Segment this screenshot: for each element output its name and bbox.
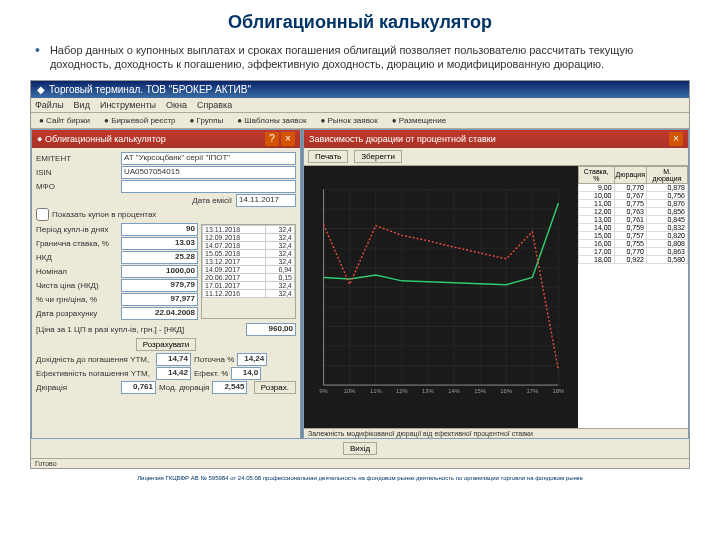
menu-windows[interactable]: Окна bbox=[166, 100, 187, 110]
svg-text:9%: 9% bbox=[319, 387, 327, 393]
period-input[interactable]: 90 bbox=[121, 223, 198, 236]
menu-file[interactable]: Файлы bbox=[35, 100, 64, 110]
coupon-table[interactable]: 13.11.201832,412.09.201832,414.07.201832… bbox=[201, 224, 296, 319]
svg-text:15%: 15% bbox=[474, 387, 486, 393]
menu-tools[interactable]: Инструменты bbox=[100, 100, 156, 110]
tool-registry[interactable]: ● Биржевой реєстр bbox=[100, 115, 179, 126]
show-percent-checkbox[interactable] bbox=[36, 208, 49, 221]
menu-view[interactable]: Вид bbox=[74, 100, 90, 110]
bullet-dot-icon: • bbox=[35, 43, 40, 72]
calc-panel-head: ● Облигационный калькулятор ? × bbox=[32, 130, 300, 148]
calc-small-button[interactable]: Розрах. bbox=[254, 381, 296, 394]
svg-text:12%: 12% bbox=[396, 387, 408, 393]
emitter-input[interactable]: АТ "Укрсоцбанк" серії "ІПОТ" bbox=[121, 152, 296, 165]
print-button[interactable]: Печать bbox=[308, 150, 348, 163]
menu-help[interactable]: Справка bbox=[197, 100, 232, 110]
rate-input[interactable]: 13.03 bbox=[121, 237, 198, 250]
dirty-input[interactable]: 97,977 bbox=[121, 293, 198, 306]
tool-place[interactable]: ● Размещение bbox=[388, 115, 450, 126]
menubar: Файлы Вид Инструменты Окна Справка bbox=[31, 98, 689, 113]
isin-input[interactable]: UA0507054015 bbox=[121, 166, 296, 179]
help-icon[interactable]: ? bbox=[265, 132, 279, 146]
export-button[interactable]: Зберегти bbox=[354, 150, 402, 163]
calc-panel: ● Облигационный калькулятор ? × ЕМІТЕНТА… bbox=[31, 129, 301, 439]
nominal-input[interactable]: 1000,00 bbox=[121, 265, 198, 278]
app-screenshot: ◆ Торговый терминал. ТОВ "БРОКЕР АКТИВ" … bbox=[30, 80, 690, 469]
slide-footer: Лицензия ГКЦБФР АВ № 595984 от 24.05.08 … bbox=[15, 475, 705, 481]
svg-text:17%: 17% bbox=[526, 387, 538, 393]
mfo-input[interactable] bbox=[121, 180, 296, 193]
tool-market[interactable]: ● Рынок заявок bbox=[316, 115, 381, 126]
calc-date-input[interactable]: 22.04.2008 bbox=[121, 307, 198, 320]
svg-text:16%: 16% bbox=[500, 387, 512, 393]
exit-button[interactable]: Вихід bbox=[343, 442, 377, 455]
chart-plot[interactable]: 9%10%11%12%13%14%15%16%17%18% bbox=[304, 166, 578, 428]
app-titlebar: ◆ Торговый терминал. ТОВ "БРОКЕР АКТИВ" bbox=[31, 81, 689, 98]
app-title-text: Торговый терминал. ТОВ "БРОКЕР АКТИВ" bbox=[49, 84, 251, 95]
svg-text:10%: 10% bbox=[344, 387, 356, 393]
tool-groups[interactable]: ● Группы bbox=[186, 115, 228, 126]
chart-close-icon[interactable]: × bbox=[669, 132, 683, 146]
toolbar: ● Сайт биржи ● Биржевой реєстр ● Группы … bbox=[31, 113, 689, 129]
svg-text:18%: 18% bbox=[553, 387, 565, 393]
svg-text:13%: 13% bbox=[422, 387, 434, 393]
chart-data-table[interactable]: Ставка, % Дюрация М. дюрация 9,000,7700,… bbox=[578, 166, 688, 428]
bullet-row: • Набор данных о купонных выплатах и сро… bbox=[15, 43, 705, 80]
close-icon[interactable]: × bbox=[281, 132, 295, 146]
bullet-text: Набор данных о купонных выплатах и срока… bbox=[50, 43, 685, 72]
formula-value: 960,00 bbox=[246, 323, 296, 336]
nkd-input[interactable]: 25.28 bbox=[121, 251, 198, 264]
calculate-button[interactable]: Розрахувати bbox=[136, 338, 196, 351]
chart-statusbar: Залежність модифікованої дюрації від ефе… bbox=[304, 428, 688, 438]
chart-panel-head: Зависимость дюрации от процентной ставки… bbox=[304, 130, 688, 148]
clean-input[interactable]: 979,79 bbox=[121, 279, 198, 292]
chart-panel: Зависимость дюрации от процентной ставки… bbox=[303, 129, 689, 439]
svg-text:11%: 11% bbox=[370, 387, 382, 393]
app-icon: ◆ bbox=[37, 84, 45, 95]
svg-text:14%: 14% bbox=[448, 387, 460, 393]
tool-templates[interactable]: ● Шаблоны заявок bbox=[233, 115, 310, 126]
tool-site[interactable]: ● Сайт биржи bbox=[35, 115, 94, 126]
app-statusbar: Готово bbox=[31, 458, 689, 468]
page-title: Облигационный калькулятор bbox=[15, 12, 705, 33]
date-input[interactable]: 14.11.2017 bbox=[236, 194, 296, 207]
